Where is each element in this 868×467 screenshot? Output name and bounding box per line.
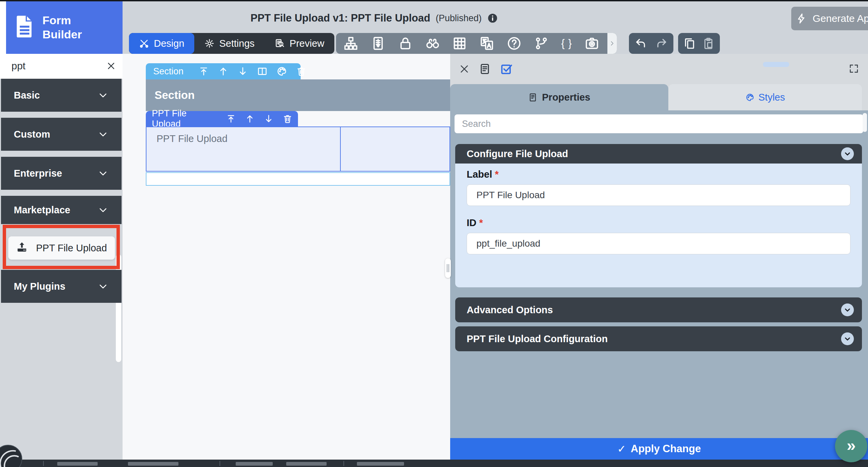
code-braces-icon[interactable]: { } — [561, 37, 572, 49]
ppt-upload-field-cell[interactable]: PPT File Upload — [147, 127, 341, 171]
grid-icon[interactable] — [452, 36, 467, 51]
form-title-row: PPT File Upload v1: PPT File Upload (Pub… — [250, 9, 498, 28]
document-logo-icon — [14, 14, 35, 41]
document-steps-icon[interactable] — [371, 36, 385, 51]
move-up-icon[interactable] — [218, 66, 228, 77]
advanced-options-header[interactable]: Advanced Options — [455, 297, 862, 322]
palette-icon[interactable] — [276, 66, 287, 77]
footer-item-cutoff — [57, 462, 98, 466]
sidebar-section-enterprise[interactable]: Enterprise — [1, 157, 122, 190]
component-search-input[interactable] — [6, 60, 100, 72]
double-chevron-right-icon: » — [847, 436, 856, 455]
tab-settings[interactable]: Settings — [194, 33, 265, 54]
sidebar-section-my-plugins[interactable]: My Plugins — [1, 270, 122, 303]
required-asterisk: * — [495, 169, 499, 180]
sidebar-section-custom[interactable]: Custom — [1, 118, 122, 151]
chevron-down-icon — [98, 168, 108, 178]
translate-icon[interactable] — [479, 36, 494, 51]
app-logo-title: Form Builder — [42, 13, 96, 42]
chevron-down-icon — [98, 205, 108, 215]
panel-scrollbar-thumb[interactable] — [863, 113, 867, 132]
trash-icon[interactable] — [296, 66, 307, 77]
tab-properties-label: Properties — [542, 92, 590, 103]
collapse-panel-fab[interactable]: » — [835, 430, 867, 462]
footer-divider — [219, 461, 220, 466]
copy-paste-group — [678, 33, 720, 54]
footer-item-cutoff — [128, 462, 179, 466]
ppt-upload-configuration-header[interactable]: PPT File Upload Configuration — [455, 326, 862, 351]
footer-divider — [43, 461, 44, 466]
apply-change-label: Apply Change — [631, 443, 701, 455]
tab-styles-label: Styles — [758, 92, 785, 103]
tab-styles[interactable]: Styles — [668, 84, 862, 110]
section-drop-zone[interactable] — [146, 172, 450, 186]
gear-icon — [205, 38, 215, 48]
preview-icon — [275, 38, 285, 48]
tab-preview[interactable]: Preview — [265, 33, 334, 54]
columns-icon[interactable] — [257, 66, 268, 77]
tab-design-label: Design — [154, 38, 184, 49]
close-panel-icon[interactable] — [459, 64, 470, 74]
paste-icon[interactable] — [702, 37, 715, 50]
sidebar-section-basic[interactable]: Basic — [1, 79, 122, 112]
ppt-file-upload-component-item[interactable]: PPT File Upload — [8, 236, 115, 260]
ppt-upload-field-placeholder: PPT File Upload — [157, 133, 227, 144]
help-icon[interactable] — [507, 36, 522, 51]
lightning-icon — [796, 13, 807, 24]
move-up-icon[interactable] — [245, 114, 255, 124]
sidebar-section-my-plugins-label: My Plugins — [14, 281, 65, 292]
properties-doc-icon — [528, 93, 537, 102]
empty-column-cell[interactable] — [341, 127, 450, 171]
panel-resize-handle[interactable] — [445, 258, 451, 278]
label-field-input[interactable] — [467, 185, 850, 206]
properties-search-input[interactable] — [455, 119, 825, 129]
apply-change-button[interactable]: ✓ Apply Change — [450, 438, 868, 460]
id-field-input[interactable] — [467, 233, 850, 254]
toolbar-more-chevron[interactable] — [608, 33, 617, 54]
footer-divider — [343, 461, 344, 466]
properties-panel-header — [450, 54, 868, 84]
chevron-down-icon — [98, 129, 108, 139]
section-component-toolbar: Section — [146, 63, 301, 79]
section-component-header[interactable]: Section — [146, 79, 450, 111]
chevron-down-icon — [98, 281, 108, 291]
tab-properties[interactable]: Properties — [450, 84, 668, 110]
collapse-chevron-icon[interactable] — [841, 303, 854, 316]
move-to-top-icon[interactable] — [226, 114, 236, 124]
git-branch-icon[interactable] — [534, 36, 549, 51]
move-down-icon[interactable] — [264, 114, 274, 124]
sidebar-section-marketplace[interactable]: Marketplace — [1, 196, 122, 224]
upload-icon — [16, 241, 28, 255]
move-down-icon[interactable] — [237, 66, 248, 77]
collapse-chevron-icon[interactable] — [841, 332, 854, 345]
clear-search-icon[interactable] — [106, 61, 116, 71]
binoculars-icon[interactable] — [425, 36, 440, 51]
footer-item-cutoff — [286, 462, 327, 466]
section-title: Section — [155, 89, 195, 102]
form-title: PPT File Upload v1: PPT File Upload — [250, 12, 430, 24]
section-toolbar-label: Section — [153, 66, 184, 77]
undo-icon[interactable] — [634, 37, 647, 50]
move-to-top-icon[interactable] — [198, 66, 209, 77]
lock-icon[interactable] — [398, 36, 413, 51]
save-tooltip-nub — [763, 62, 789, 67]
ppt-upload-configuration-title: PPT File Upload Configuration — [467, 333, 608, 344]
camera-icon[interactable] — [585, 36, 599, 51]
fullscreen-icon[interactable] — [848, 63, 859, 74]
trash-icon[interactable] — [282, 114, 292, 124]
form-outline-icon[interactable] — [479, 63, 491, 75]
tab-design[interactable]: Design — [129, 33, 194, 54]
collapse-chevron-icon[interactable] — [841, 147, 854, 160]
tab-settings-label: Settings — [219, 38, 254, 49]
copy-icon[interactable] — [683, 37, 696, 50]
configure-file-upload-header[interactable]: Configure File Upload — [455, 144, 862, 164]
ppt-upload-component-body[interactable]: PPT File Upload — [146, 127, 450, 172]
sitemap-icon[interactable] — [343, 36, 358, 51]
redo-icon[interactable] — [655, 37, 668, 50]
info-icon[interactable] — [487, 13, 498, 24]
footer-item-cutoff — [236, 462, 273, 466]
checkbox-checked-icon[interactable] — [500, 63, 513, 75]
sidebar-section-custom-label: Custom — [14, 129, 50, 140]
generate-app-button[interactable]: Generate App — [791, 7, 868, 30]
view-tab-group: Design Settings Preview — [129, 33, 334, 54]
